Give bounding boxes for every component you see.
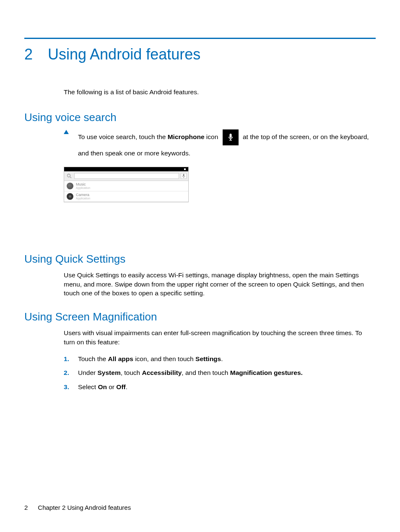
- microphone-icon: [181, 173, 187, 179]
- camera-app-icon: [67, 193, 73, 200]
- result-title: Camera: [76, 193, 90, 197]
- result-title: Music: [76, 183, 90, 186]
- text-fragment: , touch: [121, 369, 142, 376]
- text-fragment: Select: [78, 383, 98, 390]
- text-fragment: .: [126, 383, 127, 390]
- bold-off: Off: [116, 383, 125, 390]
- music-app-icon: [67, 183, 73, 189]
- voice-search-screenshot: Music Application Camera Application: [64, 167, 189, 202]
- svg-rect-2: [183, 174, 184, 176]
- section-heading-voice-search: Using voice search: [24, 111, 376, 124]
- svg-line-1: [70, 177, 71, 178]
- voice-search-step: To use voice search, touch the Microphon…: [64, 129, 376, 161]
- bold-on: On: [98, 383, 107, 390]
- screenshot-statusbar: [64, 167, 188, 171]
- screenshot-search-input: [74, 173, 179, 179]
- footer-chapter-label: Chapter 2 Using Android features: [38, 504, 131, 511]
- screenshot-result-row: Music Application: [64, 181, 188, 191]
- screen-magnification-paragraph: Users with visual impairments can enter …: [64, 328, 367, 346]
- screenshot-result-row: Camera Application: [64, 191, 188, 202]
- step-item: Select On or Off.: [64, 382, 376, 392]
- microphone-icon: [223, 129, 239, 145]
- screenshot-search-row: [64, 171, 188, 181]
- text-fragment: To use voice search, touch the: [78, 133, 168, 140]
- section-heading-screen-magnification: Using Screen Magnification: [24, 310, 376, 323]
- chapter-header: 2 Using Android features: [24, 46, 376, 63]
- step-item: Touch the All apps icon, and then touch …: [64, 354, 376, 364]
- quick-settings-paragraph: Use Quick Settings to easily access Wi-F…: [64, 271, 367, 298]
- svg-point-0: [68, 174, 70, 177]
- result-subtitle: Application: [76, 197, 90, 200]
- chapter-number: 2: [24, 46, 33, 63]
- text-fragment: , and then touch: [182, 369, 230, 376]
- step-item: Under System, touch Accessibility, and t…: [64, 368, 376, 377]
- chapter-rule: [24, 38, 376, 39]
- text-fragment: icon: [205, 133, 220, 140]
- search-icon: [66, 173, 73, 179]
- text-fragment: or: [107, 383, 116, 390]
- text-fragment: Touch the: [78, 355, 108, 362]
- page-footer: 2 Chapter 2 Using Android features: [24, 504, 131, 511]
- text-fragment: .: [221, 355, 223, 362]
- result-subtitle: Application: [76, 186, 90, 189]
- bold-settings: Settings: [195, 355, 221, 362]
- intro-paragraph: The following is a list of basic Android…: [64, 88, 367, 96]
- bullet-triangle-icon: [64, 130, 69, 134]
- section-heading-quick-settings: Using Quick Settings: [24, 253, 376, 266]
- bold-microphone: Microphone: [168, 133, 205, 140]
- bold-all-apps: All apps: [108, 355, 133, 362]
- chapter-title: Using Android features: [48, 46, 200, 63]
- magnification-steps: Touch the All apps icon, and then touch …: [64, 354, 376, 392]
- bold-accessibility: Accessibility: [142, 369, 182, 376]
- text-fragment: icon, and then touch: [133, 355, 195, 362]
- bold-system: System: [98, 369, 121, 376]
- page-number: 2: [24, 504, 28, 511]
- text-fragment: Under: [78, 369, 98, 376]
- bold-magnification-gestures: Magnification gestures.: [230, 369, 303, 376]
- voice-search-paragraph: To use voice search, touch the Microphon…: [78, 129, 376, 161]
